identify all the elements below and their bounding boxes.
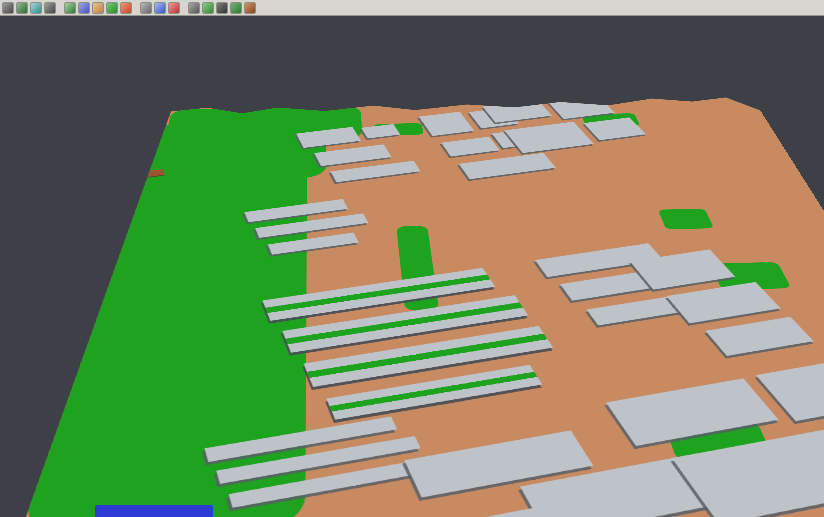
building-roof [441,137,500,157]
toolbar-icon-3[interactable] [30,2,42,14]
building-roof [584,117,646,140]
building-roof [432,499,606,517]
toolbar-icon-7[interactable] [92,2,104,14]
building-roof [361,124,400,139]
toolbar-icon-8[interactable] [106,2,118,14]
application-window [0,0,824,517]
water-strip [95,505,213,517]
viewport-3d[interactable] [0,17,824,517]
building-roof [314,144,392,166]
toolbar-icon-6[interactable] [78,2,90,14]
toolbar-icon-11[interactable] [154,2,166,14]
building-roof [667,282,781,323]
building-roof [705,317,813,356]
building-roof [268,233,359,255]
toolbar-icon-5[interactable] [64,2,76,14]
hut-roof [109,169,138,180]
main-toolbar [0,0,824,16]
terrain [0,96,824,517]
toolbar-icon-10[interactable] [140,2,152,14]
toolbar-icon-2[interactable] [16,2,28,14]
terrain-plane [0,96,824,517]
toolbar-icon-12[interactable] [168,2,180,14]
toolbar-icon-15[interactable] [216,2,228,14]
building-roof [504,122,594,153]
toolbar-icon-16[interactable] [230,2,242,14]
toolbar-icon-14[interactable] [202,2,214,14]
toolbar-icon-1[interactable] [2,2,14,14]
building-roof [545,92,615,119]
toolbar-icon-9[interactable] [120,2,132,14]
toolbar-icon-17[interactable] [244,2,256,14]
building-roof [331,161,421,182]
building-roof [606,378,779,446]
building-roof [296,127,361,148]
toolbar-icon-4[interactable] [44,2,56,14]
toolbar-icon-13[interactable] [188,2,200,14]
building-roof [482,100,552,123]
building-roof [459,153,556,179]
building-group [0,43,824,517]
hut-roof [144,169,165,177]
building-roof [419,112,475,136]
